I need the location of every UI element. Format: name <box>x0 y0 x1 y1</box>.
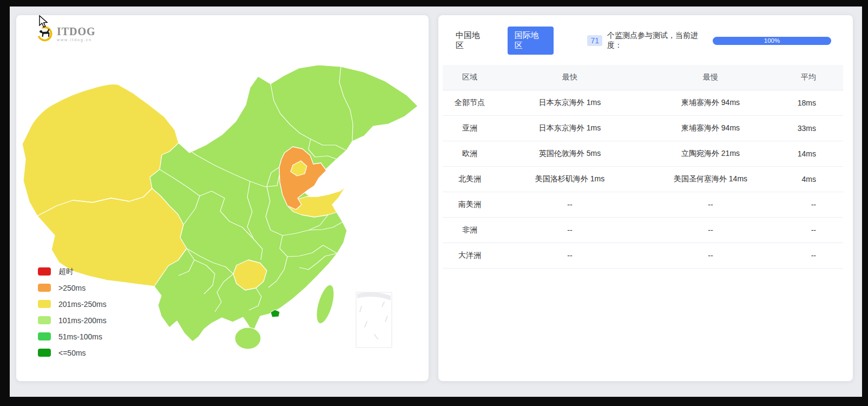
table-row: 北美洲 美国洛杉矶海外 1ms 美国圣何塞海外 14ms 4ms <box>443 167 843 192</box>
table-row: 全部节点 日本东京海外 1ms 柬埔寨海外 94ms 18ms <box>443 90 843 116</box>
legend-item-51-100: 51ms-100ms <box>38 332 107 340</box>
province-hainan[interactable] <box>235 328 261 349</box>
table-row: 南美洲 -- -- -- <box>443 192 843 218</box>
progress-bar: 100% <box>713 37 831 45</box>
south-china-sea-inset <box>356 292 392 348</box>
tab-international-region[interactable]: 国际地区 <box>508 27 554 55</box>
legend-chip-201-250 <box>38 300 51 308</box>
legend-chip-timeout <box>38 267 51 276</box>
legend-chip-51-100 <box>38 332 51 340</box>
legend-item-timeout: 超时 <box>38 267 107 276</box>
legend-item-101-200: 101ms-200ms <box>38 316 107 324</box>
legend-chip-le50 <box>38 349 51 357</box>
table-header-row: 区域 最快 最慢 平均 <box>443 65 843 90</box>
legend-chip-gt250 <box>38 284 51 292</box>
col-header-slowest: 最慢 <box>643 73 778 82</box>
table-row: 大洋洲 -- -- -- <box>443 243 843 269</box>
tab-china-region[interactable]: 中国地区 <box>456 30 488 51</box>
logo-subtitle: www.itdog.cn <box>57 38 96 42</box>
legend-item-gt250: >250ms <box>38 284 107 292</box>
legend-chip-101-200 <box>38 316 51 324</box>
region-tabbar: 中国地区 国际地区 71 个监测点参与测试，当前进度： 100% <box>438 15 853 55</box>
node-count-badge: 71 <box>587 35 602 46</box>
province-taiwan[interactable] <box>313 283 337 325</box>
page-background: ITDOG www.itdog.cn <box>10 6 862 397</box>
logo-title: ITDOG <box>57 26 96 37</box>
latency-legend: 超时 >250ms 201ms-250ms 101ms-200ms 51ms-1… <box>38 267 107 365</box>
status-text: 个监测点参与测试，当前进度： <box>607 31 713 50</box>
table-row: 欧洲 英国伦敦海外 5ms 立陶宛海外 21ms 14ms <box>443 141 843 167</box>
latency-table: 区域 最快 最慢 平均 全部节点 日本东京海外 1ms 柬埔寨海外 94ms 1… <box>443 65 843 269</box>
results-card: 中国地区 国际地区 71 个监测点参与测试，当前进度： 100% 区域 最快 最… <box>438 15 853 381</box>
legend-item-le50: <=50ms <box>38 349 107 357</box>
col-header-average: 平均 <box>778 73 843 82</box>
table-row: 非洲 -- -- -- <box>443 218 843 243</box>
itdog-ping-page: { "logo": { "title": "ITDOG", "subtitle"… <box>0 0 868 406</box>
map-card: ITDOG www.itdog.cn <box>16 15 429 381</box>
mouse-cursor <box>38 15 50 28</box>
table-row: 亚洲 日本东京海外 1ms 柬埔寨海外 94ms 33ms <box>443 116 843 141</box>
legend-item-201-250: 201ms-250ms <box>38 300 107 308</box>
col-header-fastest: 最快 <box>497 73 643 82</box>
col-header-region: 区域 <box>443 73 497 82</box>
